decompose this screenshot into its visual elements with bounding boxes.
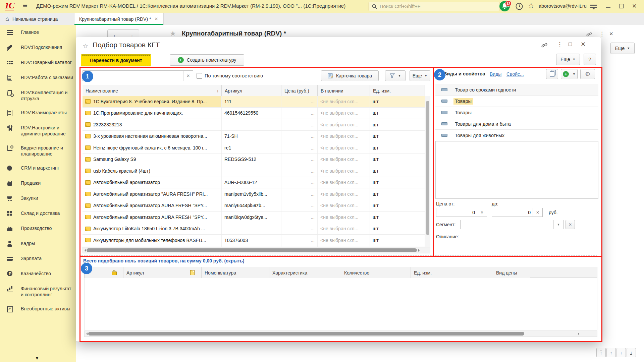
products-horizontal-scrollbar[interactable]	[83, 247, 430, 253]
price-to-field[interactable]: ✕	[492, 208, 543, 217]
close-window-button[interactable]: ✕	[632, 3, 637, 10]
column-header[interactable]	[109, 267, 123, 278]
sidebar-item-rdv-catalog[interactable]: RDV:Товарный каталог	[0, 55, 76, 70]
kind-list-item[interactable]: Товары для дома и быта	[435, 118, 598, 130]
column-header[interactable]: Артикул	[123, 267, 187, 278]
tab-close-icon[interactable]: ✕	[154, 16, 158, 21]
dialog-maximize-icon[interactable]: □	[569, 41, 572, 48]
go-up-button[interactable]: ↑	[606, 348, 616, 357]
sidebar-item-main[interactable]: Главное	[0, 25, 76, 40]
service-menu-icon[interactable]	[590, 3, 598, 11]
sidebar-item-rdv-shipping[interactable]: RDV:Комплектация и отгрузка	[0, 85, 76, 106]
table-row[interactable]: Аккумуляторы для мобильных телефонов BAS…	[83, 235, 425, 246]
table-row[interactable]: usb Кабель красный (4шт)...<не выбран ск…	[83, 165, 425, 177]
column-header[interactable]: Вид цены	[493, 267, 530, 278]
help-button[interactable]: ?	[584, 54, 596, 65]
price-from-field[interactable]: ✕	[436, 208, 487, 217]
dialog-more-button[interactable]: Еще▼	[556, 54, 580, 65]
column-header[interactable]: Ед. изм.	[370, 85, 425, 96]
table-row[interactable]: Аккумулятор LiitoKala 18650 Li-ion 3.7В …	[83, 223, 425, 235]
kinds-link[interactable]: Виды	[490, 71, 501, 77]
history-icon[interactable]	[515, 2, 523, 12]
minimize-button[interactable]	[606, 3, 610, 9]
selection-horizontal-scrollbar[interactable]	[84, 330, 597, 337]
table-row[interactable]: Автомобильный ароматизатор "AURA FRESH" …	[83, 188, 425, 200]
price-from-input[interactable]	[436, 208, 477, 217]
segment-input[interactable]	[461, 220, 553, 229]
dialog-link-icon[interactable]	[541, 42, 547, 50]
sidebar-item-finresult[interactable]: Финансовый результат и контроллинг	[0, 282, 76, 302]
product-search-input[interactable]	[83, 71, 183, 81]
clear-price-from-icon[interactable]: ✕	[477, 208, 487, 217]
splitter[interactable]	[80, 255, 597, 256]
page-more-dots-icon[interactable]: ⋮	[599, 31, 605, 38]
products-vertical-scrollbar[interactable]	[425, 96, 430, 247]
sidebar-item-rdv-connections[interactable]: RDV:Подключения	[0, 40, 76, 55]
transfer-to-document-button[interactable]: Перенести в документ	[81, 54, 151, 66]
sidebar-item-warehouse[interactable]: Склад и доставка	[0, 206, 76, 221]
table-row[interactable]: Автомобильный ароматизатор AURA FRESH "S…	[83, 212, 425, 223]
price-to-input[interactable]	[492, 208, 533, 217]
kinds-settings-button[interactable]: ⚙	[580, 69, 595, 79]
sidebar-scroll-down-icon[interactable]: ▼	[35, 356, 39, 361]
sidebar-item-treasury[interactable]: Казначейство	[0, 266, 76, 282]
tab-home-page[interactable]: ⌂ Начальная страница	[0, 13, 74, 25]
sidebar-item-purchases[interactable]: Закупки	[0, 191, 76, 206]
clear-search-icon[interactable]: ✕	[183, 71, 193, 81]
sidebar-item-budgeting[interactable]: Бюджетирование и планирование	[0, 141, 76, 161]
go-down-button[interactable]: ↓	[616, 348, 626, 357]
kind-list-item[interactable]: Товары	[435, 107, 598, 118]
main-menu-icon[interactable]: ≡	[23, 2, 28, 9]
exact-match-checkbox[interactable]	[197, 73, 202, 79]
go-last-button[interactable]: ↓	[627, 348, 636, 357]
sidebar-item-payroll[interactable]: Зарплата	[0, 251, 76, 266]
table-row[interactable]: Автомобильный ароматизатор AURA FRESH "S…	[83, 200, 425, 212]
table-row[interactable]: 1С:Программирование для начинающих.46015…	[83, 108, 425, 119]
page-favorite-star-icon[interactable]: ★	[170, 29, 176, 38]
column-header[interactable]: Характеристика	[269, 267, 341, 278]
sidebar-item-production[interactable]: Производство	[0, 221, 76, 236]
dialog-close-icon[interactable]: ✕	[581, 41, 586, 48]
go-first-button[interactable]: ↑	[596, 348, 606, 357]
sidebar-item-rdv-admin[interactable]: RDV:Настройки и администрирование	[0, 121, 76, 141]
filter-button[interactable]: ▼	[385, 70, 406, 81]
add-kind-button[interactable]: +▼	[561, 69, 578, 79]
sidebar-item-hr[interactable]: Кадры	[0, 236, 76, 251]
sidebar-item-rdv-settlements[interactable]: RDV:Взаиморасчеты	[0, 106, 76, 121]
products-more-button[interactable]: Еще▼	[410, 70, 430, 81]
table-row[interactable]: Heinz пюре фруктовый салатик, с 6 месяце…	[83, 142, 425, 154]
segment-dropdown-icon[interactable]: ▼	[553, 220, 563, 229]
create-nomenclature-button[interactable]: + Создать номенклатуру	[170, 54, 244, 66]
column-header[interactable]: Артикул	[222, 85, 281, 96]
column-header[interactable]: Номенклатура	[202, 267, 269, 278]
table-row[interactable]: 1С:Бухгалтерия 8. Учебная версия. Издани…	[83, 96, 425, 108]
table-row[interactable]: 23232323213...<не выбран скл...шт	[83, 119, 425, 131]
table-row[interactable]: Автомобильный ароматизаторAUR-J-0003-12.…	[83, 177, 425, 189]
segment-clear-button[interactable]: ✕	[566, 220, 575, 229]
notifications-bell-icon[interactable]: 12	[499, 1, 510, 11]
column-header[interactable]: Наименование↓	[83, 85, 222, 96]
column-header[interactable]: Ед. изм.	[411, 267, 493, 278]
clear-price-to-icon[interactable]: ✕	[533, 208, 542, 217]
selection-summary-link[interactable]: Всего подобрано ноль позиций товаров, на…	[83, 258, 245, 263]
properties-link[interactable]: Свойс...	[506, 71, 524, 77]
sidebar-item-assets[interactable]: Внеоборотные активы	[0, 302, 76, 317]
column-header[interactable]: Цена (руб.)	[281, 85, 318, 96]
column-header[interactable]: В наличии	[318, 85, 370, 96]
tab-document[interactable]: Крупногабаритный товар (RDV) * ✕	[74, 13, 164, 25]
segment-field[interactable]: ▼	[460, 220, 564, 229]
sidebar-item-rdv-orders[interactable]: RDV:Работа с заказами	[0, 70, 76, 85]
table-row[interactable]: Samsung Galaxy S9REDSGS9-512...<не выбра…	[83, 154, 425, 166]
product-card-button[interactable]: Карточка товара	[321, 70, 379, 81]
column-header[interactable]: Количество	[341, 267, 411, 278]
product-search-field[interactable]: ✕	[83, 70, 193, 81]
favorites-star-icon[interactable]: ☆	[528, 2, 534, 10]
global-search-input[interactable]: Поиск Ctrl+Shift+F	[368, 2, 500, 11]
table-row[interactable]: 3-х уровневая настенная алюминиевая пово…	[83, 131, 425, 142]
dialog-more-dots-icon[interactable]: ⋮	[557, 41, 563, 48]
sidebar-item-crm[interactable]: CRM и маркетинг	[0, 161, 76, 176]
kind-list-item[interactable]: Товар со сроками годности	[435, 84, 598, 96]
restore-button[interactable]	[619, 4, 624, 10]
sidebar-item-sales[interactable]: Продажи	[0, 176, 76, 191]
dialog-favorite-star-icon[interactable]: ☆	[83, 42, 88, 50]
